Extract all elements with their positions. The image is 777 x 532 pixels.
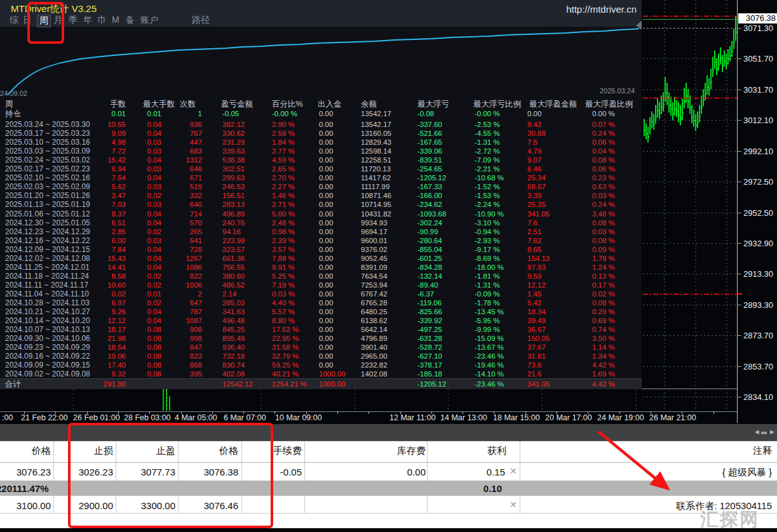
close-order-button[interactable]: ✕ [510,466,517,476]
stats-cell: 0.24 % [592,129,640,138]
stats-cell: 395 [168,369,202,378]
stats-cell: 302.51 [222,164,271,173]
stats-cell: 21.98 [87,334,126,343]
tab-季[interactable]: 季 [69,15,78,26]
stats-row-period: 2024.09.30 ~ 2024.10.06 [5,334,100,343]
stats-cell: -6.37 [417,289,473,298]
scroll-left-arrow[interactable]: ◄ [753,428,760,436]
stats-cell: 283.13 [222,200,271,209]
stats-cell: 7634.54 [361,272,416,281]
stats-cell: 0.03 % [272,289,316,298]
stats-cell: 0.24 % [592,200,640,209]
stats-cell: 0.00 [319,164,360,173]
order-col-header[interactable]: 获利 [405,445,506,457]
stats-cell: 0.00 [319,334,360,343]
stats-col-header: 最大浮盈金额 [529,100,584,109]
stats-cell: 1267 [168,254,202,263]
stats-cell: 14.41 [87,263,126,272]
stats-cell: 0.08 % [592,218,640,227]
stats-cell: 25.34 [527,173,576,182]
stats-cell: 6.97 [87,298,126,307]
stats-cell: 3.48 % [592,209,640,218]
stats-cell: 998 [168,334,202,343]
stats-cell: -5.95 % [475,316,528,325]
stats-cell: 0.00 [319,200,360,209]
tab-综[interactable]: 综 [10,15,18,26]
tab-M[interactable]: M [112,15,119,25]
stats-cell: 10.60 [87,281,126,289]
stats-cell: 0.00 [319,254,360,263]
axis-tick [738,397,741,397]
trading-terminal: MTDriver统计 V3.25 http://mtdriver.cn 024.… [0,0,777,532]
stats-col-header: 次数 [180,100,205,109]
stats-cell: 9052.45 [361,254,416,263]
scrollbar-thumb[interactable] [761,432,767,434]
close-order-button[interactable]: ✕ [510,500,517,510]
tab-路径[interactable]: 路径 [192,15,210,26]
stats-cell: -89.40 [417,281,473,289]
stats-cell: 339.63 [222,147,271,156]
stats-cell: 13542.17 [361,120,416,129]
stats-cell: 496.89 [222,209,271,218]
stats-cell: -855.04 [417,245,473,254]
stats-cell: 0.01 [129,289,161,298]
timeline-label: :00 [2,413,13,422]
timeline-label: 24 Mar 19:00 [597,413,644,422]
stats-cell: 6767.42 [361,289,416,298]
stats-cell: 7253.94 [361,281,416,289]
stats-cell: 240.76 [222,218,271,227]
stats-row-period: 2024.12.30 ~ 2025.01.05 [5,218,100,227]
stats-cell: 5.62 [87,182,126,191]
stats-cell: 9.42 [527,120,576,129]
stats-cell: 341.05 [527,380,576,389]
stats-cell: 767 [168,129,202,138]
axis-tick [738,335,741,336]
stats-cell: 25.35 [527,200,576,209]
bottom-strip [0,528,777,532]
stats-cell: 646 [168,164,202,173]
axis-tick [738,58,741,59]
stats-cell: 0.74 % [592,325,640,334]
stats-cell: 4.59 % [272,156,316,164]
stats-cell: -13.45 % [475,307,528,316]
stats-cell: 291.80 [87,380,126,389]
stats-cell: -234.62 [417,200,473,209]
stats-cell: 0.08 % [592,156,640,164]
sort-indicator-icon[interactable]: ∕ [42,446,43,454]
stats-cell: 0.03 [129,164,161,173]
stats-cell: 0.00 [527,109,576,118]
stats-cell: 732.18 [222,352,271,361]
stats-cell: 0.04 [129,245,161,254]
stats-cell: -1.31 % [475,138,528,147]
stats-cell: 1.69 % [592,369,640,378]
stats-cell: 823 [168,352,202,361]
stats-cell: 13542.17 [361,109,416,118]
stats-cell: 18.34 [527,307,576,316]
stats-cell: -2.24 % [475,200,528,209]
axis-tick [738,366,741,367]
stats-cell: 8.65 [527,245,576,254]
tab-账户[interactable]: 账户 [140,15,158,26]
stats-cell: -0.09 % [475,289,528,298]
scroll-right-arrow[interactable]: ► [769,428,776,436]
stats-cell: 2.65 % [272,164,316,173]
stats-row-period: 2025.01.06 ~ 2025.01.12 [5,209,100,218]
stats-cell: 496.48 [222,316,271,325]
tab-年[interactable]: 年 [83,15,92,26]
stats-col-header: 百分比% [272,100,316,109]
panel-edge-marker-icon[interactable] [636,21,642,30]
stats-cell: 0.00 [319,316,360,325]
stats-cell: 6765.28 [361,298,416,307]
stats-cell: 0.02 [129,272,161,281]
tab-备[interactable]: 备 [126,15,135,26]
stats-cell: 1000.00 [319,380,360,389]
axis-tick [738,213,741,213]
stats-cell: 0.00 [319,147,360,156]
stats-cell: 32.79 % [272,352,316,361]
stats-cell: 1.46 % [272,191,316,200]
stats-cell: 936 [168,120,202,129]
tab-巾[interactable]: 巾 [98,15,107,26]
stats-cell: -18.00 % [475,263,528,272]
stats-cell: 0.03 [129,147,161,156]
stats-cell: -90.99 [417,227,473,236]
